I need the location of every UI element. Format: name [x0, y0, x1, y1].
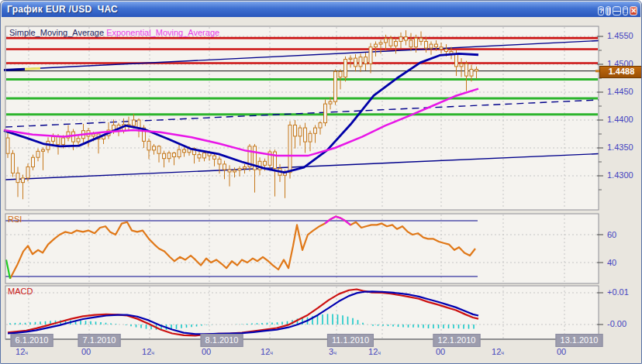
candle-body	[395, 41, 398, 46]
price-axis-label: 1.4400	[607, 115, 633, 124]
time-axis-label: 12ч	[492, 347, 504, 356]
candle-body	[419, 38, 423, 41]
candle-body	[32, 157, 35, 167]
time-axis-label: 12ч	[142, 347, 154, 356]
candle-body	[329, 101, 332, 104]
candle-body	[167, 153, 171, 158]
candle-body	[26, 167, 29, 177]
candle-body	[359, 57, 362, 67]
candle-body	[218, 159, 221, 163]
price-axis-label: 1.4550	[607, 31, 633, 40]
candle-body	[385, 39, 388, 43]
candle-body	[354, 58, 357, 67]
candle-body	[157, 146, 160, 153]
candle-body	[460, 64, 463, 67]
macd-panel-background	[5, 286, 599, 339]
candle-body	[324, 104, 327, 122]
chart-client-area: Simple_Moving_Average Exponential_Moving…	[2, 17, 640, 362]
candle-body	[288, 125, 292, 172]
date-badge: 7.1.2010	[78, 334, 121, 347]
titlebar-close-button[interactable]: ✕	[630, 6, 637, 15]
candle-body	[430, 44, 433, 48]
candle-body	[349, 58, 352, 60]
date-badge: 13.1.2010	[556, 334, 603, 347]
main-panel-background	[5, 26, 599, 210]
date-badge: 8.1.2010	[201, 334, 243, 347]
titlebar-help-button[interactable]: ?	[598, 6, 604, 15]
price-chart-canvas[interactable]	[2, 17, 642, 364]
candle-body	[6, 138, 9, 153]
time-axis-label: 00	[202, 347, 211, 356]
titlebar-minimize-button[interactable]: —	[613, 6, 621, 15]
rsi-panel-label: RSI	[8, 215, 22, 224]
macd-panel-label: MACD	[8, 287, 33, 296]
candle-body	[153, 146, 156, 150]
candle-body	[299, 128, 302, 136]
candle-body	[228, 170, 231, 172]
time-axis-label: 00	[557, 347, 566, 356]
date-badge: 6.1.2010	[11, 334, 54, 347]
chart-window: График EUR /USD ЧАС ?||—□✕ Simple_Moving…	[0, 0, 642, 364]
time-axis-label: 3ч	[329, 347, 337, 356]
candle-body	[425, 41, 428, 48]
titlebar-maximize-button[interactable]: □	[623, 6, 628, 15]
candle-body	[314, 128, 317, 133]
candle-body	[465, 64, 468, 76]
candle-body	[364, 57, 368, 64]
candle-body	[415, 38, 418, 47]
price-axis-label: 1.4350	[607, 143, 633, 152]
candle-body	[440, 47, 443, 50]
candle-body	[409, 40, 412, 47]
candle-body	[22, 178, 25, 183]
candle-body	[339, 71, 342, 77]
indicator-legend: Simple_Moving_Average Exponential_Moving…	[9, 28, 219, 37]
legend-sma-label: Simple_Moving_Average	[9, 28, 104, 37]
candle-body	[379, 43, 382, 44]
price-axis-label: 1.4450	[607, 87, 633, 96]
candle-body	[334, 71, 337, 101]
current-price-badge: 1.4488	[599, 66, 642, 78]
candle-body	[344, 60, 347, 77]
candle-body	[163, 153, 166, 158]
window-title: График EUR /USD ЧАС	[7, 4, 596, 15]
candle-body	[319, 123, 322, 128]
time-axis-label: 12ч	[16, 347, 28, 356]
candle-body	[147, 141, 150, 150]
candle-body	[475, 69, 478, 70]
time-axis-label: 00	[81, 347, 91, 356]
candle-body	[57, 137, 60, 145]
candle-body	[77, 139, 80, 142]
candle-body	[42, 149, 45, 151]
candle-body	[405, 37, 408, 40]
candle-body	[203, 153, 206, 157]
candle-body	[72, 132, 75, 142]
candle-body	[294, 125, 297, 136]
candle-body	[304, 128, 307, 142]
time-axis-label: 12ч	[368, 347, 381, 356]
candle-body	[445, 50, 448, 52]
titlebar-pause-button[interactable]: ||	[606, 6, 611, 15]
candle-body	[213, 156, 216, 159]
rsi-axis-label: 60	[607, 230, 616, 239]
candle-body	[173, 153, 176, 156]
candle-body	[133, 120, 136, 125]
time-axis-label: 00	[436, 347, 445, 356]
candle-body	[16, 173, 19, 182]
candle-body	[137, 120, 140, 128]
candle-body	[238, 169, 241, 170]
candle-body	[264, 161, 267, 165]
legend-ema-label: Exponential_Moving_Average	[106, 28, 219, 37]
window-buttons: ?||—□✕	[596, 2, 637, 16]
candle-body	[12, 153, 15, 173]
trendline-yellow-segment	[25, 68, 40, 69]
candle-body	[470, 69, 473, 76]
candle-body	[374, 44, 378, 47]
candle-body	[435, 44, 438, 47]
candle-body	[369, 47, 372, 64]
date-badge: 12.1.2010	[433, 334, 481, 347]
candle-body	[52, 137, 55, 142]
window-titlebar[interactable]: График EUR /USD ЧАС ?||—□✕	[2, 2, 640, 17]
date-badge: 11.1.2010	[327, 334, 374, 347]
candle-body	[455, 53, 458, 67]
trendline-resistance-thick-start	[4, 69, 25, 70]
